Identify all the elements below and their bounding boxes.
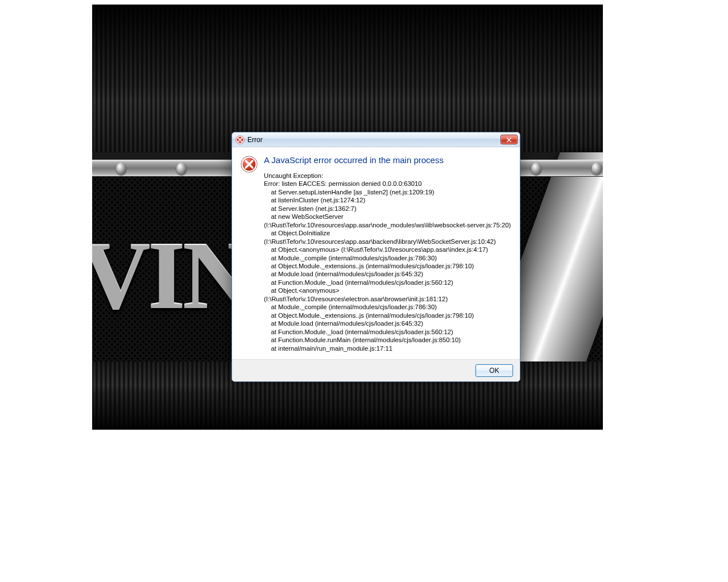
ok-button[interactable]: OK <box>475 364 513 377</box>
error-dialog: Error A JavaScript <box>231 132 520 382</box>
dialog-title: Error <box>247 136 500 144</box>
close-button[interactable] <box>500 135 518 144</box>
error-icon <box>235 135 245 144</box>
dialog-footer: OK <box>232 359 520 381</box>
bg-metal-top <box>92 5 603 152</box>
dialog-body: A JavaScript error occurred in the main … <box>232 147 520 359</box>
error-stack-trace: Uncaught Exception: Error: listen EACCES… <box>264 172 512 352</box>
bg-text-fragment: VIN <box>92 221 250 331</box>
dialog-heading: A JavaScript error occurred in the main … <box>264 155 512 165</box>
error-icon-large <box>240 155 258 173</box>
dialog-titlebar[interactable]: Error <box>232 132 520 147</box>
